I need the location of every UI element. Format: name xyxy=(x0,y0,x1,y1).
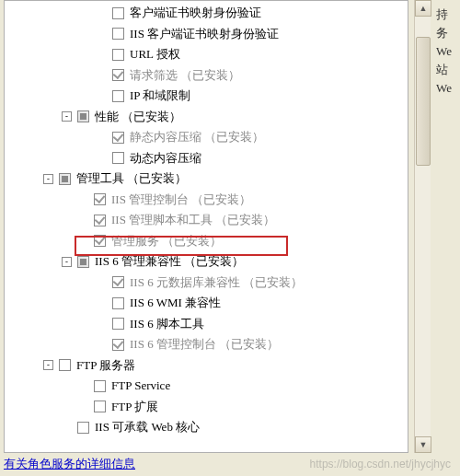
tree-row[interactable]: -管理工具 （已安装） xyxy=(5,168,408,190)
tree-row[interactable]: IP 和域限制 xyxy=(5,86,408,107)
tree-row[interactable]: 管理服务 （已安装） xyxy=(5,231,408,252)
tree-row[interactable]: FTP 扩展 xyxy=(5,397,408,418)
side-text-fragment: 站 xyxy=(436,61,458,79)
tree-row[interactable]: IIS 可承载 Web 核心 xyxy=(5,417,408,438)
feature-label: FTP Service xyxy=(111,378,170,393)
side-text-fragment: 持 xyxy=(436,6,458,24)
feature-checkbox xyxy=(112,69,124,81)
feature-label: IIS 管理脚本和工具 （已安装） xyxy=(111,212,275,228)
tree-row[interactable]: -IIS 6 管理兼容性 （已安装） xyxy=(5,251,408,273)
scroll-thumb[interactable] xyxy=(416,37,431,166)
feature-label: IIS 可承载 Web 核心 xyxy=(95,419,200,435)
tree-row[interactable]: IIS 6 脚本工具 xyxy=(5,314,408,335)
tree-row[interactable]: IIS 管理控制台 （已安装） xyxy=(5,190,408,211)
tree-row[interactable]: FTP Service xyxy=(5,376,408,397)
scrollbar-track[interactable]: ▲ ▼ xyxy=(414,0,431,453)
feature-label: 管理服务 （已安装） xyxy=(111,233,222,250)
tree-row[interactable]: URL 授权 xyxy=(5,44,408,65)
feature-label: 动态内容压缩 xyxy=(130,150,201,167)
feature-checkbox[interactable] xyxy=(112,318,124,330)
feature-checkbox xyxy=(112,339,124,351)
tree-row[interactable]: 客户端证书映射身份验证 xyxy=(5,3,408,24)
feature-checkbox[interactable] xyxy=(94,380,106,392)
scroll-up-button[interactable]: ▲ xyxy=(415,0,431,17)
tree-row[interactable]: IIS 6 管理控制台 （已安装） xyxy=(5,334,408,355)
feature-tree-panel: 客户端证书映射身份验证IIS 客户端证书映射身份验证URL 授权请求筛选 （已安… xyxy=(4,0,408,453)
feature-label: URL 授权 xyxy=(130,46,180,63)
feature-checkbox[interactable] xyxy=(77,110,89,122)
collapse-icon[interactable]: - xyxy=(62,257,72,267)
side-text-fragment: 务 xyxy=(436,24,458,42)
scroll-down-button[interactable]: ▼ xyxy=(415,436,431,453)
feature-checkbox[interactable] xyxy=(112,297,124,309)
feature-label: IIS 6 脚本工具 xyxy=(130,316,204,332)
feature-label: IIS 6 管理控制台 （已安装） xyxy=(130,336,279,353)
feature-checkbox[interactable] xyxy=(112,49,124,61)
tree-row[interactable]: 请求筛选 （已安装） xyxy=(5,65,408,87)
feature-checkbox xyxy=(112,276,124,288)
tree-row[interactable]: IIS 6 WMI 兼容性 xyxy=(5,293,408,314)
feature-checkbox[interactable] xyxy=(77,256,89,268)
feature-checkbox[interactable] xyxy=(112,28,124,40)
collapse-icon[interactable]: - xyxy=(62,111,72,122)
tree-row[interactable]: 静态内容压缩 （已安装） xyxy=(5,127,408,148)
feature-checkbox[interactable] xyxy=(94,401,106,412)
watermark: https://blog.csdn.net/jhycjhyc xyxy=(310,458,451,470)
role-services-info-link[interactable]: 有关角色服务的详细信息 xyxy=(4,456,135,472)
feature-label: IIS 客户端证书映射身份验证 xyxy=(130,26,279,42)
collapse-icon[interactable]: - xyxy=(43,360,53,370)
feature-checkbox[interactable] xyxy=(112,152,124,164)
feature-checkbox xyxy=(94,215,106,226)
feature-checkbox xyxy=(94,235,106,247)
feature-label: 客户端证书映射身份验证 xyxy=(130,5,261,21)
tree-row[interactable]: IIS 管理脚本和工具 （已安装） xyxy=(5,210,408,231)
tree-row[interactable]: -FTP 服务器 xyxy=(5,355,408,377)
feature-label: FTP 服务器 xyxy=(76,357,135,374)
feature-checkbox[interactable] xyxy=(59,359,71,371)
side-help-panel: 持务We站We xyxy=(436,6,458,98)
feature-label: 请求筛选 （已安装） xyxy=(130,67,240,84)
feature-label: IIS 6 管理兼容性 （已安装） xyxy=(95,253,244,270)
feature-label: FTP 扩展 xyxy=(111,399,158,415)
feature-tree: 客户端证书映射身份验证IIS 客户端证书映射身份验证URL 授权请求筛选 （已安… xyxy=(5,1,408,438)
tree-row[interactable]: -性能 （已安装） xyxy=(5,107,408,128)
tree-row[interactable]: IIS 6 元数据库兼容性 （已安装） xyxy=(5,273,408,294)
feature-label: 性能 （已安装） xyxy=(95,109,181,125)
side-text-fragment: We xyxy=(436,42,458,61)
feature-label: IIS 6 元数据库兼容性 （已安装） xyxy=(130,274,303,291)
side-text-fragment: We xyxy=(436,79,458,98)
feature-checkbox[interactable] xyxy=(59,173,71,185)
feature-label: 静态内容压缩 （已安装） xyxy=(130,129,264,145)
feature-label: IIS 管理控制台 （已安装） xyxy=(111,192,251,208)
feature-checkbox xyxy=(112,132,124,144)
feature-label: IP 和域限制 xyxy=(130,87,190,104)
feature-checkbox[interactable] xyxy=(112,90,124,102)
feature-label: IIS 6 WMI 兼容性 xyxy=(130,295,221,311)
feature-checkbox[interactable] xyxy=(77,422,89,434)
feature-label: 管理工具 （已安装） xyxy=(76,170,187,187)
collapse-icon[interactable]: - xyxy=(43,174,53,184)
feature-checkbox[interactable] xyxy=(112,7,124,19)
feature-checkbox xyxy=(94,193,106,205)
tree-row[interactable]: 动态内容压缩 xyxy=(5,148,408,169)
tree-row[interactable]: IIS 客户端证书映射身份验证 xyxy=(5,24,408,45)
